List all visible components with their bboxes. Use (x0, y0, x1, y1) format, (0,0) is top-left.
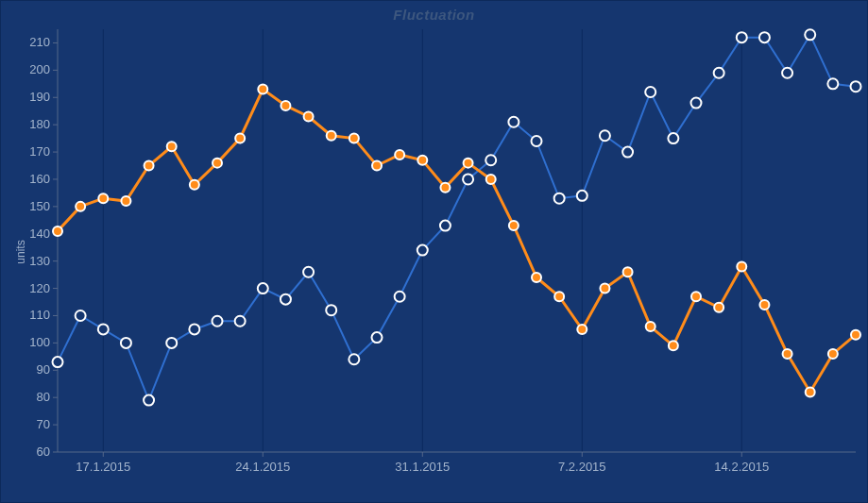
data-point (486, 175, 496, 184)
data-point (463, 174, 473, 184)
data-point (691, 292, 701, 301)
data-point (281, 294, 291, 305)
data-point (485, 155, 496, 165)
data-point (532, 136, 542, 146)
data-point (349, 134, 359, 143)
chart-container: Fluctuation units 6070809010011012013014… (0, 0, 868, 503)
svg-text:210: 210 (29, 35, 50, 49)
data-point (645, 87, 655, 97)
data-point (304, 111, 314, 121)
data-point (669, 341, 678, 350)
data-point (805, 29, 815, 40)
data-point (532, 273, 541, 282)
data-point (190, 180, 199, 190)
svg-text:140: 140 (29, 226, 50, 241)
data-point (76, 310, 86, 321)
data-point (235, 316, 246, 327)
svg-text:60: 60 (37, 444, 50, 459)
data-point (508, 117, 519, 127)
data-point (759, 300, 769, 310)
svg-text:100: 100 (29, 335, 50, 349)
svg-text:120: 120 (29, 281, 50, 295)
chart-title: Fluctuation (1, 7, 867, 23)
data-point (121, 196, 130, 206)
data-point (828, 349, 838, 359)
data-point (851, 330, 860, 340)
data-point (213, 159, 222, 168)
data-point (554, 193, 565, 204)
data-point (440, 183, 450, 193)
data-point (509, 221, 519, 230)
data-point (783, 349, 792, 359)
svg-text:170: 170 (29, 144, 50, 159)
data-point (327, 131, 336, 141)
chart-plot: 6070809010011012013014015016017018019020… (1, 1, 868, 503)
data-point (303, 267, 314, 277)
data-point (395, 292, 405, 302)
data-point (691, 98, 702, 109)
data-point (166, 338, 177, 348)
svg-text:160: 160 (29, 172, 50, 186)
data-point (417, 156, 427, 165)
data-point (646, 322, 655, 331)
data-point (737, 261, 746, 271)
svg-text:31.1.2015: 31.1.2015 (395, 460, 450, 474)
data-point (121, 338, 131, 348)
data-point (281, 101, 290, 110)
data-point (806, 387, 815, 396)
data-point (235, 134, 245, 143)
data-point (464, 159, 473, 168)
data-point (349, 354, 359, 364)
svg-text:190: 190 (29, 90, 50, 104)
svg-text:14.2.2015: 14.2.2015 (714, 460, 769, 474)
svg-text:7.2.2015: 7.2.2015 (558, 460, 606, 474)
data-point (417, 245, 428, 256)
svg-text:17.1.2015: 17.1.2015 (76, 460, 130, 474)
data-point (782, 68, 792, 78)
data-point (827, 78, 838, 89)
svg-text:70: 70 (37, 417, 50, 431)
svg-text:80: 80 (37, 390, 50, 404)
data-point (53, 357, 63, 367)
data-point (372, 332, 383, 343)
data-point (258, 85, 267, 94)
data-point (189, 324, 199, 334)
data-point (714, 68, 724, 78)
svg-text:130: 130 (29, 254, 50, 268)
data-point (213, 316, 223, 327)
data-point (851, 81, 861, 92)
data-point (144, 395, 154, 406)
data-point (145, 161, 154, 171)
svg-text:150: 150 (29, 199, 50, 213)
data-point (622, 147, 633, 158)
svg-text:200: 200 (29, 62, 50, 76)
svg-text:24.1.2015: 24.1.2015 (235, 460, 290, 474)
data-point (668, 133, 678, 143)
data-point (167, 142, 177, 151)
data-point (623, 267, 633, 277)
data-point (98, 193, 108, 203)
svg-text:180: 180 (29, 117, 50, 131)
data-point (53, 226, 62, 236)
data-point (395, 150, 404, 159)
data-point (440, 221, 451, 231)
data-point (98, 324, 109, 334)
data-point (372, 161, 382, 171)
data-point (554, 292, 564, 301)
svg-text:110: 110 (29, 308, 50, 322)
data-point (600, 130, 610, 141)
data-point (326, 305, 336, 315)
y-axis-label: units (14, 240, 27, 263)
data-point (76, 202, 85, 211)
data-point (258, 283, 268, 293)
svg-text:90: 90 (37, 362, 50, 377)
data-point (737, 32, 747, 42)
data-point (714, 303, 723, 312)
data-point (759, 32, 770, 42)
data-point (577, 191, 587, 201)
data-point (577, 325, 587, 334)
data-point (600, 284, 609, 293)
